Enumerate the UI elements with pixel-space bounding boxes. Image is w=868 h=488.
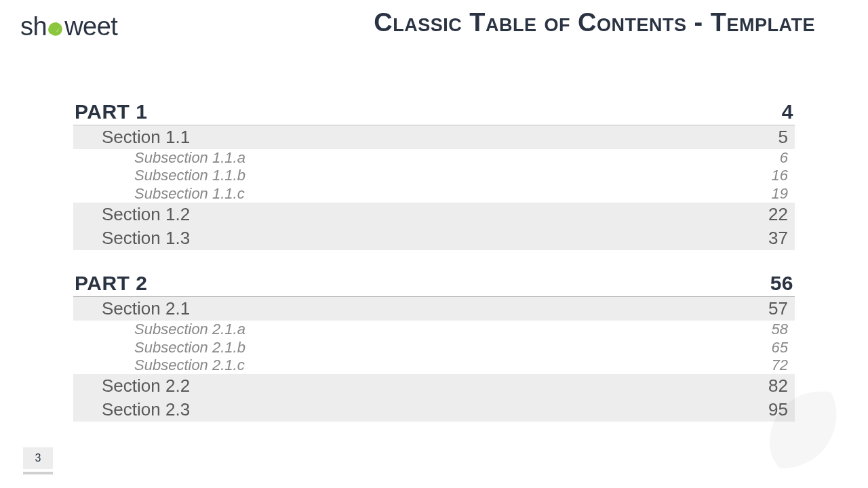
toc-section-row: Section 1.3 37 — [73, 226, 795, 250]
toc-section-row: Section 2.1 57 — [73, 297, 795, 321]
toc-subsection-page: 19 — [772, 185, 788, 203]
toc-section-row: Section 2.3 95 — [73, 398, 795, 422]
toc-section-row: Section 1.2 22 — [73, 203, 795, 226]
toc-section-page: 22 — [768, 204, 788, 225]
toc-part-label: PART 1 — [75, 100, 147, 123]
toc-subsection-row: Subsection 2.1.b 65 — [73, 339, 795, 357]
toc-part-label: PART 2 — [75, 272, 147, 295]
toc-section-page: 5 — [778, 127, 788, 148]
toc-part-row: PART 1 4 — [73, 100, 795, 125]
toc-section-label: Section 1.3 — [102, 228, 190, 249]
toc-part-page: 56 — [770, 272, 793, 295]
toc-section-label: Section 1.2 — [102, 204, 190, 225]
toc-section-page: 37 — [768, 228, 788, 249]
toc-part: PART 2 56 Section 2.1 57 Subsection 2.1.… — [73, 272, 795, 422]
toc-subsection-page: 6 — [780, 149, 788, 167]
toc-part-page: 4 — [782, 100, 793, 123]
logo: shweet — [20, 12, 117, 41]
toc-subsection-page: 65 — [772, 339, 788, 357]
toc-subsection-label: Subsection 1.1.a — [134, 149, 245, 167]
toc-subsection-label: Subsection 2.1.a — [134, 321, 245, 338]
toc-section-label: Section 1.1 — [102, 127, 190, 148]
toc-subsection-row: Subsection 2.1.a 58 — [73, 321, 795, 338]
toc-section-page: 57 — [768, 298, 788, 319]
toc-subsection-label: Subsection 1.1.b — [134, 167, 245, 184]
toc-subsection-label: Subsection 2.1.c — [134, 357, 245, 374]
toc-section-label: Section 2.1 — [102, 298, 190, 319]
toc-subsection-page: 72 — [772, 357, 788, 374]
toc-subsection-row: Subsection 1.1.a 6 — [73, 149, 795, 167]
toc-subsection-row: Subsection 1.1.c 19 — [73, 185, 795, 203]
page-number-underline — [23, 472, 53, 474]
toc-section-label: Section 2.3 — [102, 399, 190, 420]
slide-title: Classic Table of Contents - Template — [374, 8, 815, 37]
toc-section-label: Section 2.2 — [102, 375, 190, 396]
watermark-icon — [760, 377, 868, 488]
toc-subsection-row: Subsection 1.1.b 16 — [73, 167, 795, 184]
toc-section-row: Section 1.1 5 — [73, 125, 795, 149]
toc-subsection-page: 16 — [772, 167, 788, 184]
toc-part-row: PART 2 56 — [73, 272, 795, 297]
toc-subsection-page: 58 — [772, 321, 788, 338]
toc-section-row: Section 2.2 82 — [73, 374, 795, 398]
logo-text-pre: sh — [20, 12, 47, 41]
toc-part: PART 1 4 Section 1.1 5 Subsection 1.1.a … — [73, 100, 795, 250]
logo-text-post: weet — [64, 12, 117, 41]
page-number: 3 — [23, 447, 53, 469]
table-of-contents: PART 1 4 Section 1.1 5 Subsection 1.1.a … — [73, 100, 795, 443]
slide: shweet Classic Table of Contents - Templ… — [0, 0, 868, 488]
toc-subsection-label: Subsection 1.1.c — [134, 185, 245, 203]
toc-subsection-label: Subsection 2.1.b — [134, 339, 245, 357]
toc-subsection-row: Subsection 2.1.c 72 — [73, 357, 795, 374]
leaf-icon — [47, 15, 64, 44]
